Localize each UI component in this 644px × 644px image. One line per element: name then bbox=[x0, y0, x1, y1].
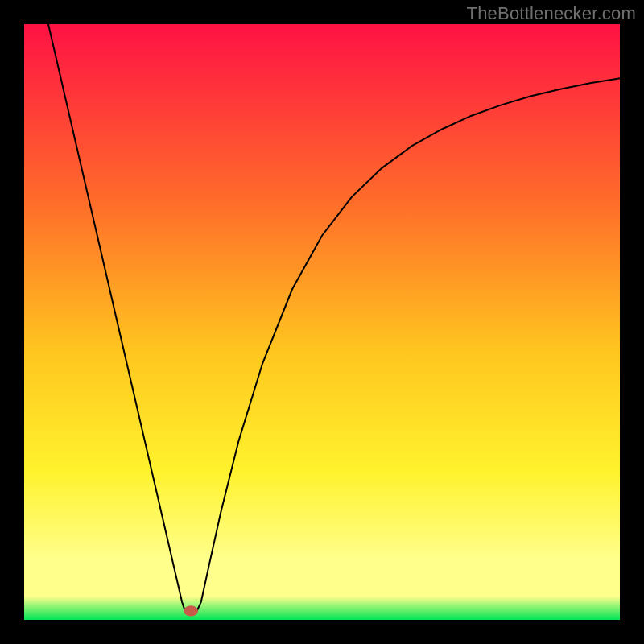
bottleneck-chart bbox=[0, 0, 644, 644]
optimal-marker bbox=[184, 605, 198, 616]
plot-area bbox=[24, 24, 620, 620]
watermark-text: TheBottlenecker.com bbox=[467, 3, 636, 24]
chart-container: TheBottlenecker.com bbox=[0, 0, 644, 644]
